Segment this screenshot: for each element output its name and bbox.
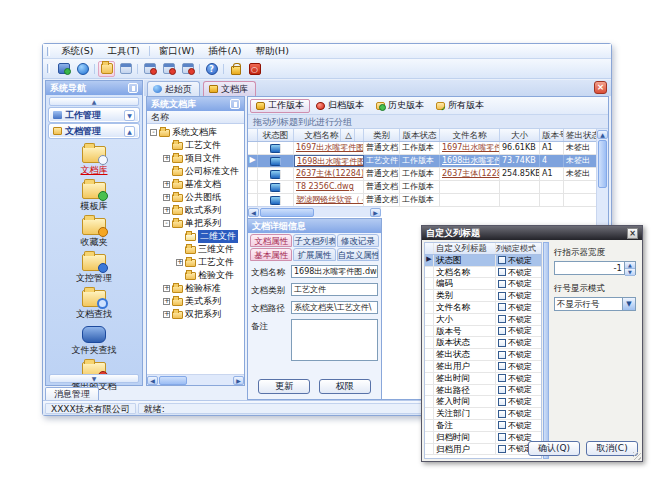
table-row[interactable]: 备注 不锁定	[425, 420, 541, 432]
field-value[interactable]: 1698出水嘴零件图.dwg	[291, 265, 378, 278]
column-header-version-state[interactable]: 版本状态	[400, 129, 440, 141]
menu-item[interactable]: 系统(S)	[54, 44, 100, 59]
lock-checkbox[interactable]	[498, 433, 506, 441]
chevron-down-icon[interactable]: ▼	[622, 298, 635, 310]
table-row[interactable]: ▶ 1698出水嘴零件图.dwg 工艺文件 工作版本 1698出水嘴零件图.dw…	[248, 155, 608, 168]
tree-node[interactable]: + 检验标准	[147, 282, 244, 295]
document-name-link[interactable]: 2637主体(12284).dwg	[294, 168, 364, 180]
expander-icon[interactable]: +	[163, 298, 170, 305]
tree-node[interactable]: - 系统文档库	[147, 126, 244, 139]
expander-icon[interactable]	[176, 272, 183, 279]
sidebar-item[interactable]: 文档库	[51, 146, 137, 177]
expander-icon[interactable]	[176, 246, 183, 253]
lock-checkbox[interactable]	[498, 268, 506, 276]
lock-checkbox[interactable]	[498, 315, 506, 323]
document-name-link[interactable]: 1697出水嘴零件图.dwg	[294, 142, 364, 154]
version-filter-button[interactable]: 所有版本	[430, 99, 490, 113]
sidebar-item[interactable]: 文件夹查找	[51, 326, 137, 357]
column-header-lockmode[interactable]: 列锁定模式	[496, 243, 536, 254]
expander-icon[interactable]: +	[176, 259, 183, 266]
column-header-version[interactable]: 版本号	[540, 129, 564, 141]
document-name-link[interactable]: 塑滤网铬丝软管（＋...	[294, 194, 364, 206]
lock-checkbox[interactable]	[498, 445, 506, 453]
table-row[interactable]: 1697出水嘴零件图.dwg 普通文档 工作版本 1697出水嘴零件图.dwg …	[248, 142, 608, 155]
sidebar-item[interactable]: 收藏夹	[51, 218, 137, 249]
table-row[interactable]: 归档用户 不锁定	[425, 444, 541, 456]
document-tab[interactable]: 文档库	[203, 81, 256, 96]
window-icon[interactable]	[117, 61, 134, 77]
expander-icon[interactable]: +	[163, 285, 170, 292]
details-subtab[interactable]: 基本属性	[250, 248, 292, 261]
table-row[interactable]: 大小 不锁定	[425, 314, 541, 326]
open-library-icon[interactable]	[98, 61, 115, 77]
table-row[interactable]: 归档时间 不锁定	[425, 432, 541, 444]
tree-node[interactable]: + 基准文档	[147, 178, 244, 191]
sidebar-item[interactable]: 模板库	[51, 182, 137, 213]
field-value[interactable]: 工艺文件	[291, 283, 378, 296]
version-filter-button[interactable]: 归档版本	[310, 99, 370, 113]
lock-icon[interactable]	[227, 61, 244, 77]
expander-icon[interactable]	[163, 168, 170, 175]
table-row[interactable]: 文件名称 不锁定	[425, 302, 541, 314]
sort-icon[interactable]: △	[343, 129, 355, 141]
lock-checkbox[interactable]	[498, 398, 506, 406]
table-row[interactable]: 编码 不锁定	[425, 278, 541, 290]
version-filter-button[interactable]: 工作版本	[250, 99, 310, 113]
chevron-icon[interactable]: ▼	[124, 110, 135, 121]
expander-icon[interactable]: -	[163, 220, 170, 227]
scroll-down-button[interactable]: ▼	[49, 374, 139, 383]
row-indicator-width-value[interactable]: -1	[555, 262, 624, 274]
tree-node[interactable]: + 工艺文件	[147, 256, 244, 269]
lock-checkbox[interactable]	[498, 256, 506, 264]
filename-cell[interactable]: 1697出水嘴零件图.dwg	[440, 142, 500, 154]
scrollbar-thumb[interactable]	[159, 376, 187, 385]
tree-column-header[interactable]: 名称	[147, 111, 244, 124]
scrollbar-thumb[interactable]	[260, 208, 314, 217]
lock-checkbox[interactable]	[498, 421, 506, 429]
table-row[interactable]: ▶ 状态图 不锁定	[425, 255, 541, 267]
lock-checkbox[interactable]	[498, 351, 506, 359]
pin-icon[interactable]	[230, 99, 240, 109]
lock-checkbox[interactable]	[498, 410, 506, 418]
table-row[interactable]: 类别 不锁定	[425, 290, 541, 302]
network-icon[interactable]	[74, 61, 91, 77]
lock-checkbox[interactable]	[498, 386, 506, 394]
scroll-left-icon[interactable]: ◀	[147, 376, 158, 385]
scroll-left-icon[interactable]: ◀	[248, 208, 259, 217]
column-header-filename[interactable]: 文件名称	[440, 129, 500, 141]
column-header-title[interactable]: 自定义列标题	[434, 243, 496, 254]
field-value[interactable]: 系统文档夹\工艺文件\	[291, 301, 378, 314]
tree-node[interactable]: + 项目文件	[147, 152, 244, 165]
table-row[interactable]: 签出状态 不锁定	[425, 349, 541, 361]
spin-up-icon[interactable]: ▲	[625, 262, 635, 269]
document-tab[interactable]: 起始页	[147, 81, 200, 96]
column-header-name[interactable]: 文档名称△	[294, 129, 364, 141]
details-subtab[interactable]: 自定义属性	[337, 248, 379, 261]
spinner-control[interactable]: ▲▼	[624, 262, 635, 274]
column-header-size[interactable]: 大小	[500, 129, 540, 141]
menu-item[interactable]: 窗口(W)	[152, 44, 202, 59]
filename-cell[interactable]: 1698出水嘴零件图.dwg	[440, 155, 500, 167]
filename-cell[interactable]	[440, 181, 500, 193]
close-icon[interactable]: ×	[627, 228, 638, 239]
lock-checkbox[interactable]	[498, 362, 506, 370]
row-indicator-width-input[interactable]: -1 ▲▼	[554, 261, 636, 275]
tree-horizontal-scrollbar[interactable]: ◀ ▶	[147, 374, 244, 385]
permissions-button[interactable]: 权限	[319, 379, 371, 394]
scroll-up-button[interactable]: ▲	[49, 97, 139, 106]
details-tab[interactable]: 修改记录	[337, 234, 379, 247]
ok-button[interactable]: 确认(Q)	[528, 441, 580, 456]
tab-message-management[interactable]: 消息管理	[45, 387, 99, 400]
menu-item[interactable]: 工具(T)	[100, 44, 146, 59]
splitter-handle[interactable]	[543, 242, 549, 459]
table-row[interactable]: 签出时间 不锁定	[425, 373, 541, 385]
pin-icon[interactable]	[128, 83, 138, 93]
expander-icon[interactable]: +	[163, 155, 170, 162]
exit-icon[interactable]: ○	[246, 61, 263, 77]
expander-icon[interactable]: -	[150, 129, 157, 136]
expander-icon[interactable]: +	[163, 194, 170, 201]
group-by-bar[interactable]: 拖动列标题到此进行分组	[248, 115, 608, 129]
update-button[interactable]: 更新	[258, 379, 310, 394]
spin-down-icon[interactable]: ▼	[625, 269, 635, 276]
lock-checkbox[interactable]	[498, 292, 506, 300]
